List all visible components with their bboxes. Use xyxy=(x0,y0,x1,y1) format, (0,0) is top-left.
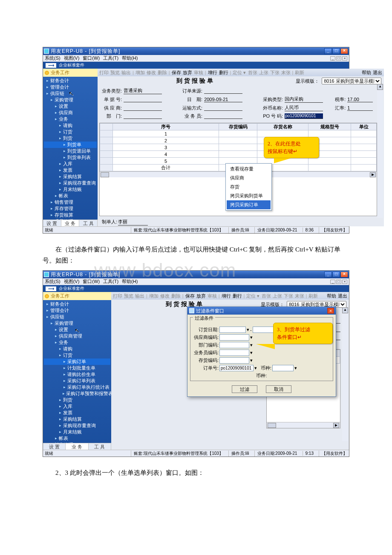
tree-item[interactable]: ▸发票 xyxy=(44,167,97,173)
tool-preview[interactable]: 预览 xyxy=(124,293,133,299)
tool-save[interactable]: 保存 xyxy=(172,69,181,76)
cm-copy-arrival[interactable]: 拷贝采购到货单 xyxy=(227,191,271,200)
tool-add[interactable]: 增加 xyxy=(149,293,159,299)
tree-item[interactable]: ▸库存管理 xyxy=(44,205,97,212)
tree-item[interactable]: ▸请购比价生单 xyxy=(44,371,110,378)
tool-help[interactable]: 帮助 xyxy=(327,293,336,299)
tool-prev[interactable]: 上张 xyxy=(259,69,268,76)
tool-export[interactable]: 输出 xyxy=(121,69,131,76)
menu-view[interactable]: 视图(V) xyxy=(64,278,80,285)
tree-item[interactable]: ▸供应链 xyxy=(44,314,110,320)
ship-value[interactable] xyxy=(204,105,242,111)
doc-max-button[interactable]: □ xyxy=(336,56,341,61)
opr-value[interactable] xyxy=(204,113,242,119)
tree-item[interactable]: ▸入库 xyxy=(44,161,97,167)
tree-item[interactable]: ▸采购现存量查询 xyxy=(44,180,97,186)
tree-item[interactable]: ▸入库 xyxy=(44,403,110,410)
sidebar-tab-set[interactable]: 设 置 xyxy=(43,220,61,226)
tool-next[interactable]: 下张 xyxy=(284,293,293,299)
tree-item[interactable]: ▸到货 xyxy=(44,135,97,142)
minimize-button[interactable]: _ xyxy=(324,272,332,278)
tree-item[interactable]: ▸帐表 xyxy=(44,435,110,442)
col-code[interactable]: 存货编码 xyxy=(219,124,257,130)
fld-date-from[interactable] xyxy=(219,327,246,333)
tool-print[interactable]: 打印 xyxy=(99,69,109,76)
row-cell[interactable]: 2 xyxy=(113,137,219,144)
menu-view[interactable]: 视图(V) xyxy=(64,55,80,61)
tree-item[interactable]: ▸采购现存量查询 xyxy=(44,422,110,429)
cm-copy-po[interactable]: 拷贝采购订单 xyxy=(227,200,271,209)
tree-item[interactable]: ▸计划批量生单 xyxy=(44,365,110,371)
doc-min-button[interactable]: _ xyxy=(330,56,335,61)
sidebar-tab-tool[interactable]: 工 具 xyxy=(89,443,111,450)
filter-cancel-button[interactable]: 取消 xyxy=(266,385,291,393)
tree-item[interactable]: ▸发票 xyxy=(44,410,110,416)
menu-help[interactable]: 帮助(H) xyxy=(122,278,138,285)
scrollbar-horizontal[interactable]: ▶ xyxy=(267,422,340,428)
tree-item[interactable]: ▸采购结算 xyxy=(44,173,97,180)
tree-item[interactable]: ▸订货 xyxy=(44,129,97,135)
doc-close-button[interactable]: × xyxy=(342,56,347,61)
fld-dept[interactable] xyxy=(219,342,249,348)
tool-export[interactable]: 输出 xyxy=(135,293,144,299)
fld-stock[interactable] xyxy=(219,357,249,364)
row-cell[interactable]: 4 xyxy=(113,151,219,158)
tool-exit[interactable]: 退出 xyxy=(373,69,382,76)
tree-item[interactable]: ▸采购订单 xyxy=(44,358,110,365)
tool-discard[interactable]: 放弃 xyxy=(196,293,206,299)
cm-check-stock[interactable]: 查看现存量 xyxy=(227,165,271,173)
col-unit[interactable]: 单位 xyxy=(351,124,377,130)
fld-curr[interactable] xyxy=(272,365,294,371)
tree-item[interactable]: ▸设置 xyxy=(44,103,97,110)
taxrate-value[interactable]: 17.00 xyxy=(347,97,373,102)
sidebar-tab-biz[interactable]: 业 务 xyxy=(66,443,88,450)
sidebar-tab-tool[interactable]: 工 具 xyxy=(79,220,98,226)
tool-addrow[interactable]: 增行 xyxy=(208,69,217,76)
sidebar-tab-biz[interactable]: 业 务 xyxy=(61,220,80,226)
tool-save[interactable]: 保存 xyxy=(185,293,195,299)
fld-opr[interactable] xyxy=(219,350,249,356)
tree-item[interactable]: ▸到货 xyxy=(44,397,110,403)
sidebar-header[interactable]: 业务工作 xyxy=(43,69,98,77)
tree-item[interactable]: ▸供应商管理 xyxy=(44,333,110,339)
ptype-value[interactable]: 国内采购 xyxy=(285,96,323,103)
date-value[interactable]: 2009-09-21 xyxy=(204,97,242,102)
tool-next[interactable]: 下张 xyxy=(270,69,280,76)
maximize-button[interactable]: □ xyxy=(332,48,340,54)
tool-add[interactable]: 增加 xyxy=(135,69,145,76)
col-name[interactable]: 存货名称 xyxy=(257,124,308,130)
tree-item[interactable]: ▸月末结账 xyxy=(44,429,110,435)
scrollbar-vertical[interactable]: ▲ xyxy=(342,307,348,441)
filter-ok-button[interactable]: 过滤 xyxy=(232,385,257,393)
tool-print[interactable]: 打印 xyxy=(113,293,122,299)
tree-item[interactable]: ▸供应链 xyxy=(44,90,97,97)
menu-window[interactable]: 窗口(W) xyxy=(83,55,100,61)
row-cell[interactable]: 3 xyxy=(113,144,219,151)
cm-vendor[interactable]: 供应商 xyxy=(227,173,271,182)
menu-window[interactable]: 窗口(W) xyxy=(83,278,100,285)
menu-system[interactable]: 系统(S) xyxy=(45,55,61,61)
nav-tree[interactable]: ▸财务会计▸管理会计▸供应链▸采购管理▸设置▸供应商▸业务▸请购▸订货▸到货▸到… xyxy=(43,77,98,220)
tool-refresh[interactable]: 刷新 xyxy=(308,293,318,299)
fld-vendor[interactable] xyxy=(219,334,249,341)
tree-item[interactable]: ▸采购结算 xyxy=(44,416,110,422)
tree-item[interactable]: ▸采购管理 xyxy=(44,320,110,327)
tree-item[interactable]: ▸月末结账 xyxy=(44,186,97,193)
doc-close-button[interactable]: × xyxy=(342,280,347,284)
src-value[interactable] xyxy=(204,88,242,94)
tool-locate[interactable]: 定位 ▾ xyxy=(246,293,259,299)
col-spec[interactable]: 规格型号 xyxy=(308,124,351,130)
tool-delrow[interactable]: 删行 xyxy=(233,293,242,299)
close-button[interactable]: × xyxy=(340,48,348,54)
nav-tree[interactable]: ▸财务会计▸管理会计▸供应链▸采购管理▸设置▸供应商管理▸业务▸请购▸订货▸采购… xyxy=(43,300,111,443)
sidebar-header[interactable]: 业务工作 xyxy=(43,292,111,300)
col-seq[interactable]: 序号 xyxy=(113,124,219,130)
tree-item[interactable]: ▸财务会计 xyxy=(44,78,97,84)
tree-item[interactable]: ▸到货单列表 xyxy=(44,154,97,161)
maximize-button[interactable]: □ xyxy=(332,272,340,278)
tool-del[interactable]: 删除 xyxy=(158,69,167,76)
tool-addrow[interactable]: 增行 xyxy=(222,293,231,299)
menu-tool[interactable]: 工具(T) xyxy=(103,55,118,61)
tool-refresh[interactable]: 刷新 xyxy=(295,69,304,76)
tool-del[interactable]: 删除 xyxy=(171,293,181,299)
